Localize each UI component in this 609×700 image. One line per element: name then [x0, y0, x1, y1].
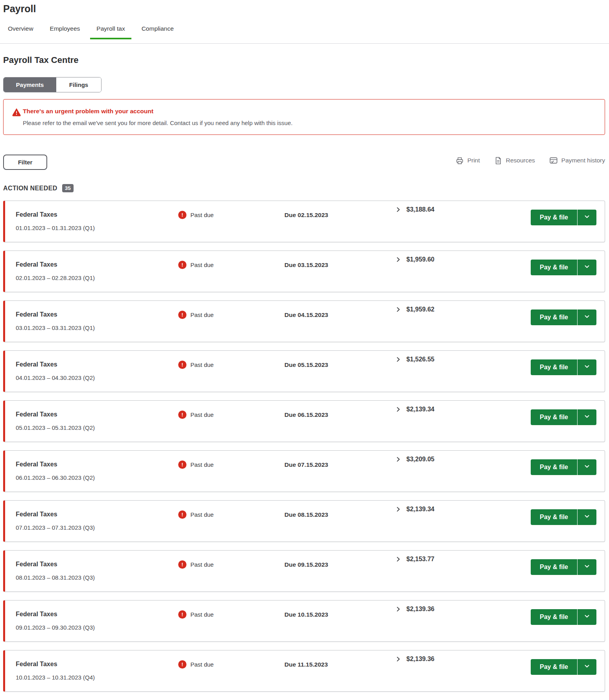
status-label: Past due [190, 461, 214, 468]
past-due-icon: ! [178, 311, 186, 319]
pay-options-dropdown-button[interactable] [577, 409, 596, 425]
pay-options-dropdown-button[interactable] [577, 210, 596, 225]
tax-name: Federal Taxes [16, 661, 57, 668]
status-label: Past due [190, 212, 214, 218]
amount-group: $1,959.62 [395, 306, 434, 313]
due-date: Due 06.15.2023 [284, 411, 328, 418]
expand-chevron-icon[interactable] [395, 606, 402, 613]
tax-name: Federal Taxes [16, 361, 57, 368]
tax-payment-row: Federal Taxes 08.01.2023 – 08.31.2023 (Q… [3, 550, 605, 592]
expand-chevron-icon[interactable] [395, 306, 402, 313]
amount-group: $2,139.34 [395, 406, 434, 413]
pay-and-file-split-button: Pay & file [531, 609, 596, 625]
amount-group: $2,153.77 [395, 556, 434, 563]
expand-chevron-icon[interactable] [395, 656, 402, 663]
chevron-down-icon [583, 563, 591, 571]
expand-chevron-icon[interactable] [395, 506, 402, 513]
toggle-filings[interactable]: Filings [56, 77, 101, 92]
amount-value: $3,209.05 [406, 456, 434, 463]
tax-name: Federal Taxes [16, 261, 57, 268]
past-due-icon: ! [178, 610, 186, 619]
expand-chevron-icon[interactable] [395, 556, 402, 563]
chevron-down-icon [583, 513, 591, 521]
pay-and-file-button[interactable]: Pay & file [531, 309, 577, 325]
past-due-icon: ! [178, 411, 186, 419]
print-link[interactable]: Print [456, 157, 480, 165]
tax-payment-row: Federal Taxes 10.01.2023 – 10.31.2023 (Q… [3, 650, 605, 692]
status-badge: ! Past due [178, 211, 214, 219]
tax-period: 06.01.2023 – 06.30.2023 (Q2) [16, 474, 95, 481]
tax-name: Federal Taxes [16, 461, 57, 468]
expand-chevron-icon[interactable] [395, 356, 402, 363]
pay-and-file-split-button: Pay & file [531, 509, 596, 525]
expand-chevron-icon[interactable] [395, 406, 402, 413]
toggle-payments[interactable]: Payments [4, 77, 56, 92]
past-due-icon: ! [178, 261, 186, 269]
amount-group: $2,139.36 [395, 656, 434, 663]
tax-name: Federal Taxes [16, 511, 57, 518]
pay-and-file-button[interactable]: Pay & file [531, 210, 577, 225]
print-icon [456, 157, 464, 165]
tab-bar: Overview Employees Payroll tax Complianc… [2, 25, 184, 39]
pay-and-file-button[interactable]: Pay & file [531, 359, 577, 375]
status-badge: ! Past due [178, 261, 214, 269]
amount-value: $1,959.62 [406, 306, 434, 313]
pay-and-file-button[interactable]: Pay & file [531, 659, 577, 675]
action-needed-count-badge: 35 [62, 184, 74, 192]
chevron-down-icon [583, 363, 591, 372]
pay-options-dropdown-button[interactable] [577, 559, 596, 575]
pay-options-dropdown-button[interactable] [577, 359, 596, 375]
pay-and-file-button[interactable]: Pay & file [531, 509, 577, 525]
status-label: Past due [190, 411, 214, 418]
payments-list: Federal Taxes 01.01.2023 – 01.31.2023 (Q… [3, 201, 605, 700]
pay-and-file-button[interactable]: Pay & file [531, 409, 577, 425]
tab-employees[interactable]: Employees [44, 25, 87, 39]
amount-value: $2,139.34 [406, 406, 434, 413]
resources-label: Resources [506, 157, 535, 164]
expand-chevron-icon[interactable] [395, 456, 402, 463]
pay-options-dropdown-button[interactable] [577, 260, 596, 275]
pay-options-dropdown-button[interactable] [577, 609, 596, 625]
amount-group: $2,139.34 [395, 506, 434, 513]
past-due-icon: ! [178, 461, 186, 469]
tax-name: Federal Taxes [16, 411, 57, 418]
amount-value: $2,139.34 [406, 506, 434, 513]
pay-options-dropdown-button[interactable] [577, 509, 596, 525]
alert-title: There's an urgent problem with your acco… [23, 108, 153, 115]
tax-period: 08.01.2023 – 08.31.2023 (Q3) [16, 574, 95, 581]
resources-icon [494, 157, 502, 165]
pay-and-file-split-button: Pay & file [531, 409, 596, 425]
resources-link[interactable]: Resources [494, 157, 535, 165]
pay-and-file-button[interactable]: Pay & file [531, 260, 577, 275]
status-badge: ! Past due [178, 461, 214, 469]
tax-name: Federal Taxes [16, 561, 57, 568]
tax-payment-row: Federal Taxes 04.01.2023 – 04.30.2023 (Q… [3, 350, 605, 392]
pay-and-file-button[interactable]: Pay & file [531, 609, 577, 625]
due-date: Due 09.15.2023 [284, 561, 328, 568]
chevron-down-icon [583, 463, 591, 472]
tax-payment-row: Federal Taxes 09.01.2023 – 09.30.2023 (Q… [3, 600, 605, 642]
pay-options-dropdown-button[interactable] [577, 309, 596, 325]
due-date: Due 11.15.2023 [284, 661, 328, 668]
tab-divider [0, 43, 609, 44]
due-date: Due 04.15.2023 [284, 311, 328, 319]
tab-payroll-tax[interactable]: Payroll tax [90, 25, 131, 39]
payment-history-link[interactable]: Payment history [549, 156, 605, 165]
due-date: Due 07.15.2023 [284, 461, 328, 468]
expand-chevron-icon[interactable] [395, 256, 402, 263]
pay-and-file-button[interactable]: Pay & file [531, 559, 577, 575]
payment-history-label: Payment history [561, 157, 605, 164]
amount-group: $1,526.55 [395, 356, 434, 363]
status-label: Past due [190, 561, 214, 568]
tab-compliance[interactable]: Compliance [135, 25, 180, 39]
pay-and-file-button[interactable]: Pay & file [531, 459, 577, 475]
pay-options-dropdown-button[interactable] [577, 459, 596, 475]
filter-button[interactable]: Filter [3, 155, 47, 170]
tab-overview[interactable]: Overview [2, 25, 40, 39]
expand-chevron-icon[interactable] [395, 206, 402, 213]
pay-and-file-split-button: Pay & file [531, 659, 596, 675]
chevron-down-icon [583, 413, 591, 422]
payroll-tax-page: Payroll Overview Employees Payroll tax C… [0, 0, 609, 700]
status-badge: ! Past due [178, 610, 214, 619]
pay-options-dropdown-button[interactable] [577, 659, 596, 675]
